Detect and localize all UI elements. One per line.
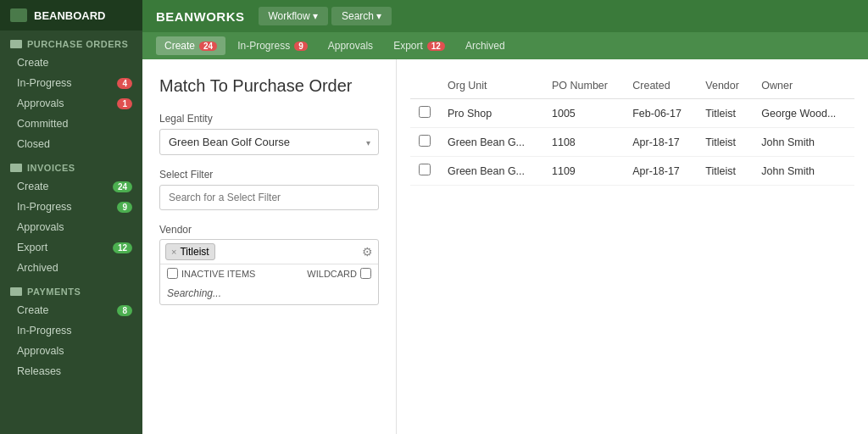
sidebar-item-po-inprogress[interactable]: In-Progress 4 [0,73,142,93]
sidebar-section-invoices: INVOICES Create 24 In-Progress 9 Approva… [0,154,142,278]
inactive-items-option: INACTIVE ITEMS [167,268,255,279]
legal-entity-label: Legal Entity [159,113,379,125]
cell-vendor-1: Titleist [697,128,753,157]
sidebar-section-payments: PAYMENTS Create 8 In-Progress Approvals … [0,278,142,381]
vendor-label: Vendor [159,224,379,236]
content-area: Match To Purchase Order Legal Entity Gre… [142,59,868,434]
table-row: Pro Shop 1005 Feb-06-17 Titleist George … [410,99,854,128]
vendor-searching-text: Searching... [160,282,378,304]
tab-export-badge: 12 [427,42,445,51]
po-approvals-badge: 1 [117,98,132,109]
cell-created-0: Feb-06-17 [624,99,697,128]
col-header-vendor: Vendor [697,73,753,99]
select-filter-label: Select Filter [159,169,379,181]
col-header-created: Created [624,73,697,99]
cell-vendor-2: Titleist [697,157,753,186]
workflow-button[interactable]: Workflow ▾ [259,7,328,25]
select-filter-input[interactable] [159,185,379,210]
vendor-search-icon[interactable]: ⚙ [362,245,373,259]
left-panel: Match To Purchase Order Legal Entity Gre… [142,59,397,434]
inv-inprogress-badge: 9 [117,202,132,213]
cell-po-number-2: 1109 [543,157,624,186]
row-checkbox-1[interactable] [419,135,431,147]
cell-owner-1: John Smith [753,128,854,157]
pay-create-badge: 8 [117,305,132,316]
cell-po-number-1: 1108 [543,128,624,157]
sidebar-item-po-closed[interactable]: Closed [0,134,142,154]
sidebar-item-po-create[interactable]: Create [0,53,142,73]
inactive-items-label: INACTIVE ITEMS [181,269,255,279]
vendor-dropdown-options: INACTIVE ITEMS WILDCARD [160,264,378,282]
cell-org-unit-2: Green Bean G... [439,157,543,186]
tab-bar: Create 24 In-Progress 9 Approvals Export… [142,32,868,59]
purchase-orders-icon [10,40,22,48]
table-row: Green Bean G... 1109 Apr-18-17 Titleist … [410,157,854,186]
select-filter-group: Select Filter [159,169,379,210]
sidebar-item-inv-approvals[interactable]: Approvals [0,217,142,237]
sidebar-item-inv-export[interactable]: Export 12 [0,237,142,258]
sidebar-item-pay-create[interactable]: Create 8 [0,300,142,320]
sidebar-item-inv-archived[interactable]: Archived [0,258,142,278]
main-area: BEANWORKS Workflow ▾ Search ▾ Create 24 … [142,0,868,434]
page-title: Match To Purchase Order [159,76,379,96]
vendor-input-top: × Titleist ⚙ [160,240,378,264]
payments-icon [10,287,22,296]
vendor-group: Vendor Titleist × Titleist ⚙ [159,224,379,305]
inv-create-badge: 24 [113,181,132,192]
search-button[interactable]: Search ▾ [331,7,392,25]
legal-entity-select-wrapper: Green Bean Golf Course ▾ [159,129,379,155]
vendor-input-box: × Titleist ⚙ INACTIVE ITEMS [159,239,379,305]
inv-export-badge: 12 [113,242,132,253]
sidebar-item-inv-inprogress[interactable]: In-Progress 9 [0,197,142,217]
vendor-search-input[interactable] [219,246,359,258]
tab-create[interactable]: Create 24 [156,36,225,55]
table-body: Pro Shop 1005 Feb-06-17 Titleist George … [410,99,854,186]
wildcard-checkbox[interactable] [360,268,371,279]
tab-approvals[interactable]: Approvals [320,36,381,55]
col-header-check [410,73,439,99]
sidebar-item-po-approvals[interactable]: Approvals 1 [0,93,142,114]
tab-create-badge: 24 [199,42,217,51]
cell-owner-2: John Smith [753,157,854,186]
sidebar-item-pay-releases[interactable]: Releases [0,361,142,381]
tab-export[interactable]: Export 12 [385,36,453,55]
wildcard-label: WILDCARD [307,269,357,279]
row-checkbox-2[interactable] [419,164,431,175]
vendor-tag-remove-icon[interactable]: × [171,247,176,257]
sidebar-item-pay-inprogress[interactable]: In-Progress [0,320,142,341]
top-nav: BEANWORKS Workflow ▾ Search ▾ [142,0,868,32]
content-inner: Match To Purchase Order Legal Entity Gre… [142,59,868,434]
vendor-tag-label: Titleist [180,246,209,258]
payments-title: PAYMENTS [0,278,142,300]
cell-created-2: Apr-18-17 [624,157,697,186]
cell-created-1: Apr-18-17 [624,128,697,157]
right-panel: Org Unit PO Number Created Vendor Owner … [397,59,868,434]
wildcard-option: WILDCARD [307,268,371,279]
tab-inprogress[interactable]: In-Progress 9 [229,36,316,55]
sidebar-item-po-committed[interactable]: Committed [0,114,142,134]
col-header-owner: Owner [753,73,854,99]
col-header-org-unit: Org Unit [439,73,543,99]
sidebar-item-inv-create[interactable]: Create 24 [0,176,142,197]
cell-org-unit-1: Green Bean G... [439,128,543,157]
results-table: Org Unit PO Number Created Vendor Owner … [410,73,854,186]
invoices-icon [10,164,22,172]
beanboard-icon [10,8,27,22]
col-header-po-number: PO Number [543,73,624,99]
app-brand: BEANWORKS [156,9,245,24]
cell-vendor-0: Titleist [697,99,753,128]
inactive-items-checkbox[interactable] [167,268,178,279]
vendor-tag: × Titleist [165,243,215,260]
sidebar: BEANBOARD PURCHASE ORDERS Create In-Prog… [0,0,142,434]
purchase-orders-title: PURCHASE ORDERS [0,31,142,53]
legal-entity-group: Legal Entity Green Bean Golf Course ▾ [159,113,379,155]
cell-org-unit-0: Pro Shop [439,99,543,128]
tab-archived[interactable]: Archived [457,36,514,55]
invoices-title: INVOICES [0,154,142,176]
tab-inprogress-badge: 9 [294,42,308,51]
sidebar-item-pay-approvals[interactable]: Approvals [0,341,142,361]
row-checkbox-0[interactable] [419,106,431,118]
legal-entity-select[interactable]: Green Bean Golf Course [159,129,379,155]
cell-po-number-0: 1005 [543,99,624,128]
cell-owner-0: George Wood... [753,99,854,128]
